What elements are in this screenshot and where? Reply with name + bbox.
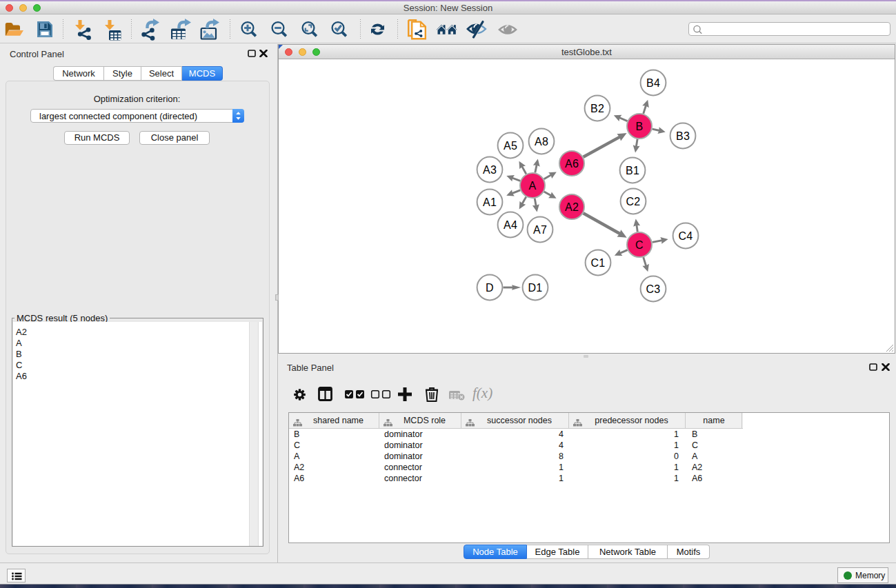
svg-text:B1: B1 — [626, 165, 639, 176]
svg-text:B: B — [636, 121, 644, 132]
svg-text:A7: A7 — [533, 224, 547, 236]
svg-text:A5: A5 — [504, 140, 517, 152]
svg-text:C: C — [635, 239, 644, 251]
svg-text:C4: C4 — [678, 230, 693, 242]
svg-text:B3: B3 — [676, 130, 690, 142]
svg-text:A: A — [529, 180, 537, 192]
svg-text:C2: C2 — [626, 196, 640, 207]
svg-text:A2: A2 — [565, 201, 579, 213]
svg-text:A3: A3 — [483, 164, 497, 176]
svg-text:C1: C1 — [590, 257, 605, 269]
svg-text:D1: D1 — [528, 282, 542, 294]
svg-text:C3: C3 — [646, 283, 660, 295]
svg-text:D: D — [486, 282, 494, 294]
svg-text:A4: A4 — [504, 219, 517, 231]
svg-text:B2: B2 — [590, 103, 604, 114]
svg-text:A6: A6 — [565, 158, 579, 170]
svg-text:A8: A8 — [535, 136, 548, 148]
svg-text:A1: A1 — [483, 196, 497, 208]
svg-text:B4: B4 — [646, 77, 660, 89]
